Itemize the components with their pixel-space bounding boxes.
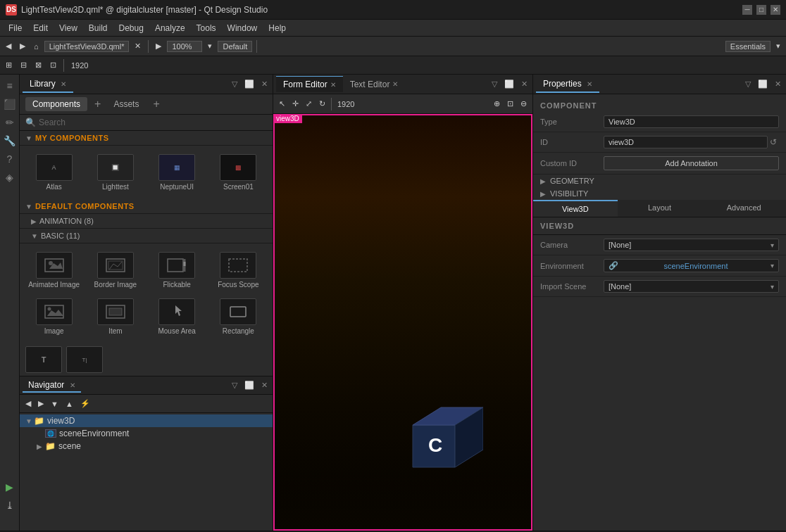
library-minimize[interactable]: ▽ bbox=[230, 79, 239, 89]
zoom-out-button[interactable]: ⊖ bbox=[518, 98, 530, 110]
basic-section-header[interactable]: ▼ BASIC (11) bbox=[20, 229, 273, 243]
nav-item-view3d[interactable]: ▼ 📁 view3D bbox=[20, 414, 273, 427]
component-text-input[interactable]: T| Text Input bbox=[66, 343, 103, 376]
nav-back-button[interactable]: ◀ bbox=[3, 40, 14, 52]
scene-toggle[interactable]: ▶ bbox=[37, 443, 45, 450]
sidebar-icon-tools[interactable]: 🔧 bbox=[1, 132, 18, 149]
id-refresh-button[interactable]: ↺ bbox=[768, 137, 779, 148]
library-expand[interactable]: ⬜ bbox=[242, 79, 256, 89]
component-flickable[interactable]: Flickable bbox=[149, 249, 206, 291]
properties-tab[interactable]: Properties ✕ bbox=[536, 76, 599, 93]
advanced-tab[interactable]: Advanced bbox=[701, 200, 786, 217]
add-component-button[interactable]: + bbox=[94, 98, 101, 110]
navigator-expand[interactable]: ⬜ bbox=[242, 380, 256, 391]
tool-select[interactable]: ↖ bbox=[276, 98, 288, 110]
align-left-button[interactable]: ⊞ bbox=[3, 59, 15, 71]
menu-analyze[interactable]: Analyze bbox=[149, 22, 191, 34]
navigator-tab[interactable]: Navigator ✕ bbox=[23, 379, 81, 393]
sidebar-icon-help[interactable]: ? bbox=[1, 151, 18, 167]
text-editor-tab[interactable]: Text Editor ✕ bbox=[343, 77, 406, 92]
add-asset-button[interactable]: + bbox=[153, 98, 159, 110]
zoom-fit-button[interactable]: ⊡ bbox=[504, 98, 516, 110]
component-focus-scope[interactable]: Focus Scope bbox=[210, 249, 267, 291]
component-lighttest[interactable]: 🔲 Lighttest bbox=[87, 151, 144, 194]
assets-tab[interactable]: Assets bbox=[106, 97, 146, 111]
animation-section-header[interactable]: ▶ ANIMATION (8) bbox=[20, 214, 273, 229]
sidebar-icon-components[interactable]: ⬛ bbox=[1, 96, 18, 113]
default-components-header[interactable]: ▼ DEFAULT COMPONENTS bbox=[20, 199, 273, 214]
deploy-button[interactable]: ⤓ bbox=[1, 497, 18, 514]
tool-scale[interactable]: ⤢ bbox=[303, 98, 315, 110]
transform-button[interactable]: ⊠ bbox=[32, 59, 44, 71]
tool-move[interactable]: ✛ bbox=[289, 98, 301, 110]
navigator-close[interactable]: ✕ bbox=[259, 380, 270, 391]
menu-build[interactable]: Build bbox=[83, 22, 113, 34]
component-text[interactable]: T Text bbox=[25, 343, 62, 376]
props-close[interactable]: ✕ bbox=[773, 79, 783, 89]
align-center-button[interactable]: ⊟ bbox=[18, 59, 30, 71]
form-editor-close[interactable]: ✕ bbox=[330, 81, 336, 89]
library-close[interactable]: ✕ bbox=[259, 79, 270, 89]
form-editor-tab[interactable]: Form Editor ✕ bbox=[276, 76, 343, 92]
run-button[interactable]: ▶ bbox=[1, 479, 18, 495]
zoom-dropdown-button[interactable]: ▾ bbox=[205, 40, 215, 52]
nav-forward-button[interactable]: ▶ bbox=[17, 40, 28, 52]
menu-debug[interactable]: Debug bbox=[113, 22, 149, 34]
sidebar-icon-menu[interactable]: ≡ bbox=[1, 77, 18, 94]
anchor-button[interactable]: ⊡ bbox=[47, 59, 59, 71]
nav-filter-btn[interactable]: ⚡ bbox=[77, 398, 93, 410]
menu-file[interactable]: File bbox=[3, 22, 27, 34]
play-button[interactable]: ▶ bbox=[153, 40, 164, 52]
add-annotation-button[interactable]: Add Annotation bbox=[604, 156, 779, 170]
visibility-row[interactable]: ▶ VISIBILITY bbox=[533, 187, 786, 200]
search-input[interactable] bbox=[39, 118, 267, 127]
file-close-button[interactable]: ✕ bbox=[132, 40, 144, 52]
component-neptuneui[interactable]: ▦ NeptuneUI bbox=[149, 151, 206, 194]
library-tab-close[interactable]: ✕ bbox=[61, 80, 66, 88]
sidebar-icon-edit[interactable]: ✏ bbox=[1, 114, 18, 131]
nav-item-scene-env[interactable]: ▶ 🌐 sceneEnvironment bbox=[20, 427, 273, 440]
minimize-button[interactable]: ─ bbox=[742, 5, 752, 15]
component-border-image[interactable]: Border Image bbox=[87, 249, 144, 291]
component-rectangle[interactable]: Rectangle bbox=[210, 296, 267, 338]
tool-rotate[interactable]: ↻ bbox=[316, 98, 328, 110]
center-expand[interactable]: ⬜ bbox=[502, 79, 516, 89]
geometry-row[interactable]: ▶ GEOMETRY bbox=[533, 175, 786, 187]
navigator-tab-close[interactable]: ✕ bbox=[70, 381, 75, 389]
menu-edit[interactable]: Edit bbox=[27, 22, 54, 34]
home-button[interactable]: ⌂ bbox=[31, 41, 42, 52]
menu-help[interactable]: Help bbox=[263, 22, 292, 34]
component-image[interactable]: Image bbox=[25, 296, 82, 338]
my-components-header[interactable]: ▼ MY COMPONENTS bbox=[20, 131, 273, 146]
center-minimize[interactable]: ▽ bbox=[489, 79, 499, 89]
nav-back-btn[interactable]: ◀ bbox=[23, 398, 34, 410]
import-scene-dropdown[interactable]: [None] ▾ bbox=[604, 280, 779, 293]
props-expand[interactable]: ⬜ bbox=[756, 79, 770, 89]
default-dropdown[interactable]: Default bbox=[218, 41, 252, 52]
layout-tab[interactable]: Layout bbox=[618, 200, 702, 217]
nav-forward-btn[interactable]: ▶ bbox=[35, 398, 46, 410]
sidebar-icon-plugin[interactable]: ◈ bbox=[1, 169, 18, 186]
library-tab[interactable]: Library ✕ bbox=[23, 76, 73, 93]
essentials-arrow[interactable]: ▾ bbox=[773, 40, 783, 52]
menu-tools[interactable]: Tools bbox=[191, 22, 222, 34]
component-animated-image[interactable]: Animated Image bbox=[25, 249, 82, 291]
navigator-minimize[interactable]: ▽ bbox=[230, 380, 239, 391]
menu-view[interactable]: View bbox=[54, 22, 83, 34]
environment-dropdown[interactable]: 🔗 sceneEnvironment ▾ bbox=[604, 259, 779, 272]
zoom-level[interactable]: 100% bbox=[167, 41, 202, 52]
component-screen01[interactable]: ▩ Screen01 bbox=[210, 151, 267, 194]
camera-dropdown[interactable]: [None] ▾ bbox=[604, 239, 779, 251]
text-editor-close[interactable]: ✕ bbox=[392, 80, 398, 88]
component-atlas[interactable]: A Atlas bbox=[25, 151, 82, 194]
components-tab[interactable]: Components bbox=[25, 97, 87, 111]
properties-tab-close[interactable]: ✕ bbox=[587, 80, 592, 88]
center-close[interactable]: ✕ bbox=[519, 79, 530, 89]
id-value[interactable]: view3D bbox=[604, 136, 768, 148]
nav-item-scene[interactable]: ▶ 📁 scene bbox=[20, 440, 273, 452]
essentials-dropdown[interactable]: Essentials bbox=[725, 41, 771, 52]
view3d-toggle[interactable]: ▼ bbox=[25, 417, 34, 425]
close-button[interactable]: ✕ bbox=[771, 5, 780, 15]
nav-up-btn[interactable]: ▲ bbox=[63, 398, 76, 410]
props-minimize[interactable]: ▽ bbox=[743, 79, 753, 89]
